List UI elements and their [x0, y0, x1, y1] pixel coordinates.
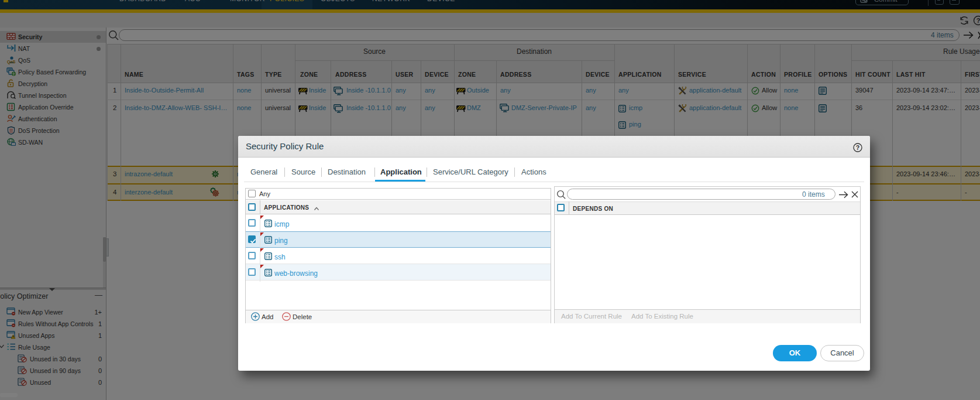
svg-text:?: ? [856, 144, 859, 151]
